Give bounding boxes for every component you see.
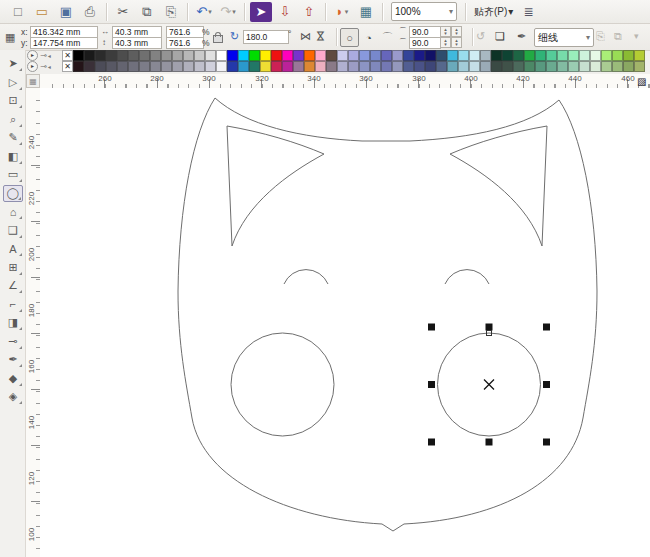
outline-pen-tool[interactable]: ✒ [3, 351, 23, 368]
color-swatch[interactable] [480, 50, 491, 61]
right-ear-inner-shape[interactable] [450, 126, 547, 246]
vertical-ruler[interactable]: 240220200180160140120100 [26, 88, 41, 557]
color-swatch[interactable] [282, 50, 293, 61]
palette-scroll-button[interactable]: ▸ [27, 61, 38, 72]
ellipse-mode-button[interactable]: ○ [340, 28, 359, 47]
color-swatch[interactable] [161, 50, 172, 61]
color-swatch[interactable] [128, 50, 139, 61]
color-swatch[interactable] [436, 61, 447, 72]
color-swatch[interactable] [161, 61, 172, 72]
horizontal-ruler[interactable]: 260280300320340360380400420440460 [40, 74, 650, 89]
no-color-swatch[interactable]: ✕ [62, 50, 73, 61]
rotation-angle-field[interactable]: 180.0 [243, 30, 289, 44]
smart-fill-tool[interactable]: ◧ [3, 148, 23, 165]
color-swatch[interactable] [205, 61, 216, 72]
color-swatch[interactable] [381, 50, 392, 61]
color-swatch[interactable] [106, 61, 117, 72]
color-swatch[interactable] [623, 50, 634, 61]
color-swatch[interactable] [546, 61, 557, 72]
interactive-fill-tool[interactable]: ◈ [3, 388, 23, 405]
text-wrap-icon[interactable]: ❏ [495, 31, 505, 41]
color-swatch[interactable] [128, 61, 139, 72]
color-swatch[interactable] [304, 61, 315, 72]
color-swatch[interactable] [326, 50, 337, 61]
color-swatch[interactable] [348, 61, 359, 72]
color-swatch[interactable] [293, 61, 304, 72]
color-swatch[interactable] [370, 61, 381, 72]
color-swatch[interactable] [117, 61, 128, 72]
to-back-icon[interactable]: ⧉ [614, 31, 622, 41]
color-swatch[interactable] [271, 61, 282, 72]
arc-start-spinner[interactable]: ▴▾ [440, 26, 451, 37]
color-swatch[interactable] [491, 50, 502, 61]
color-swatch[interactable] [425, 61, 436, 72]
color-swatch[interactable] [513, 61, 524, 72]
angle-spinner[interactable]: ▴▾ [451, 26, 462, 37]
crop-tool[interactable]: ⊡ [3, 92, 23, 109]
color-swatch[interactable] [139, 50, 150, 61]
pie-mode-button[interactable]: ◔ [359, 28, 378, 47]
color-swatch[interactable] [194, 50, 205, 61]
blend-tool[interactable]: ◨ [3, 314, 23, 331]
polygon-tool[interactable]: ⌂ [3, 203, 23, 220]
color-swatch[interactable] [414, 50, 425, 61]
color-swatch[interactable] [183, 61, 194, 72]
palette-left-arrow-icon[interactable]: ◂ [48, 52, 51, 59]
color-swatch[interactable] [491, 61, 502, 72]
color-swatch[interactable] [535, 61, 546, 72]
redo-icon[interactable]: ↷▾ [217, 2, 239, 22]
freehand-tool[interactable]: ✎ [3, 129, 23, 146]
color-swatch[interactable] [293, 50, 304, 61]
y-position-field[interactable]: 147.754 mm [30, 37, 98, 49]
color-swatch[interactable] [612, 61, 623, 72]
arc-end-spinner[interactable]: ▴▾ [440, 37, 451, 48]
color-swatch[interactable] [568, 61, 579, 72]
palette-scroll-button[interactable]: ▸ [27, 50, 38, 61]
table-tool[interactable]: ⊞ [3, 259, 23, 276]
text-tool[interactable]: A [3, 240, 23, 257]
color-swatch[interactable] [557, 61, 568, 72]
eyedropper-icon[interactable]: ⊸ [40, 62, 47, 71]
color-swatch[interactable] [183, 50, 194, 61]
import-icon[interactable]: ⇩ [274, 2, 296, 22]
color-swatch[interactable] [205, 50, 216, 61]
palette-left-arrow-icon[interactable]: ◂ [48, 63, 51, 70]
color-swatch[interactable] [601, 50, 612, 61]
color-swatch[interactable] [260, 50, 271, 61]
ellipse-tool[interactable]: ◯ [3, 185, 23, 202]
color-swatch[interactable] [139, 61, 150, 72]
color-swatch[interactable] [359, 50, 370, 61]
new-document-icon[interactable]: □ [7, 2, 29, 22]
open-folder-icon[interactable]: ▭ [31, 2, 53, 22]
color-swatch[interactable] [172, 61, 183, 72]
color-swatch[interactable] [579, 50, 590, 61]
color-swatch[interactable] [172, 50, 183, 61]
fill-tool[interactable]: ◆ [3, 370, 23, 387]
zoom-level-combobox[interactable]: 100% ▾ [391, 2, 457, 21]
cat-head-outline[interactable] [178, 98, 597, 531]
color-swatch[interactable] [95, 50, 106, 61]
mirror-vertical-icon[interactable]: ⋈ [316, 31, 326, 42]
color-swatch[interactable] [535, 50, 546, 61]
color-swatch[interactable] [271, 50, 282, 61]
arc-mode-button[interactable]: ⌒ [378, 28, 397, 47]
color-swatch[interactable] [513, 50, 524, 61]
eyedropper-icon[interactable]: ⊸ [40, 51, 47, 60]
color-swatch[interactable] [623, 61, 634, 72]
color-swatch[interactable] [546, 50, 557, 61]
mirror-horizontal-icon[interactable]: ⋈ [300, 31, 311, 41]
welcome-screen-icon[interactable]: ▦ [355, 2, 377, 22]
color-swatch[interactable] [227, 50, 238, 61]
print-icon[interactable]: ⎙ [79, 2, 101, 22]
lock-ratio-icon[interactable] [213, 35, 223, 43]
color-swatch[interactable] [414, 61, 425, 72]
no-color-swatch[interactable]: ✕ [62, 61, 73, 72]
dimension-tool[interactable]: ∠ [3, 277, 23, 294]
outline-width-combobox[interactable]: 细线 ▾ [534, 28, 594, 47]
left-cheek-circle[interactable] [231, 333, 334, 436]
color-swatch[interactable] [524, 50, 535, 61]
color-swatch[interactable] [502, 61, 513, 72]
angle-spinner[interactable]: ▴▾ [451, 37, 462, 48]
left-eyebrow-arc[interactable] [284, 270, 328, 284]
color-swatch[interactable] [392, 61, 403, 72]
